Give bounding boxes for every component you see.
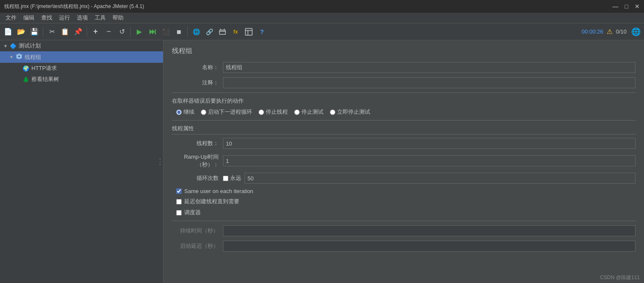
loop-count-input[interactable] — [245, 173, 636, 184]
sidebar-item-thread-group[interactable]: ▼ 线程组 — [0, 51, 163, 63]
sidebar-item-http-request[interactable]: ▶ 🌍 HTTP请求 — [0, 63, 163, 74]
copy-button[interactable]: 📋 — [59, 26, 71, 38]
scheduler-label: 调度器 — [184, 209, 201, 216]
result-tree-icon: 🌲 — [22, 76, 29, 83]
same-user-label: Same user on each iteration — [184, 188, 253, 194]
status-bar: CSDN @陈建111 — [596, 272, 644, 283]
delay-create-checkbox[interactable] — [176, 199, 182, 205]
sidebar: ▼ 🔷 测试计划 ▼ 线程组 ▶ 🌍 HTTP请求 ▶ 🌲 察看结果树 ⋮ — [0, 40, 163, 283]
timer-display: 00:00:26 — [582, 28, 603, 35]
same-user-checkbox[interactable] — [176, 188, 182, 194]
function-button[interactable]: fx — [230, 26, 242, 38]
clear-all-button[interactable] — [217, 26, 228, 38]
menu-run[interactable]: 运行 — [56, 13, 73, 22]
window-title: 线程组.jmx (F:\jmeter\test\线程组.jmx) - Apach… — [4, 3, 613, 10]
radio-stop-test-label: 停止测试 — [301, 108, 323, 116]
radio-continue[interactable]: 继续 — [176, 108, 194, 116]
open-button[interactable]: 📂 — [15, 26, 27, 38]
ramp-up-label: Ramp-Up时间（秒）： — [172, 153, 223, 168]
loop-count-row: 循环次数 永远 — [172, 173, 636, 184]
thread-group-arrow: ▼ — [9, 55, 14, 59]
ramp-up-input[interactable] — [223, 155, 636, 166]
shutdown-button[interactable]: ⏹ — [173, 26, 185, 38]
duration-row: 持续时间（秒） — [172, 225, 636, 236]
divider-3 — [172, 221, 636, 221]
thread-count-input[interactable] — [223, 138, 636, 149]
title-bar: 线程组.jmx (F:\jmeter\test\线程组.jmx) - Apach… — [0, 0, 644, 13]
name-input[interactable] — [223, 62, 636, 73]
startup-delay-input[interactable] — [223, 241, 636, 252]
network-button[interactable]: 🌐 — [630, 26, 642, 38]
separator-2 — [87, 27, 87, 37]
clear-button[interactable]: ↺ — [116, 26, 128, 38]
http-request-icon: 🌍 — [22, 65, 29, 72]
result-tree-label: 察看结果树 — [31, 76, 59, 83]
same-user-row[interactable]: Same user on each iteration — [172, 188, 636, 194]
svg-marker-1 — [152, 29, 155, 34]
menu-options[interactable]: 选项 — [73, 13, 91, 22]
remote-start-all-button[interactable]: 🔗 — [203, 26, 215, 38]
test-plan-label: 测试计划 — [19, 42, 41, 50]
error-action-radio-group: 继续 启动下一进程循环 停止线程 停止测试 立即停止测试 — [172, 108, 636, 116]
scheduler-checkbox[interactable] — [176, 210, 182, 216]
radio-continue-input[interactable] — [176, 109, 182, 115]
menu-bar: 文件 编辑 查找 运行 选项 工具 帮助 — [0, 13, 644, 23]
new-button[interactable]: 📄 — [2, 26, 14, 38]
sidebar-resize-handle[interactable]: ⋮ — [161, 40, 163, 283]
run-button[interactable]: ▶ — [133, 26, 145, 38]
radio-continue-label: 继续 — [183, 108, 194, 116]
radio-stop-test[interactable]: 停止测试 — [294, 108, 323, 116]
menu-file[interactable]: 文件 — [2, 13, 20, 22]
stop-button[interactable]: ⬛ — [160, 26, 172, 38]
help-button[interactable]: ? — [256, 26, 268, 38]
close-button[interactable]: ✕ — [635, 3, 640, 10]
separator-4 — [187, 27, 188, 37]
template-button[interactable] — [243, 26, 255, 38]
sidebar-item-result-tree[interactable]: ▶ 🌲 察看结果树 — [0, 74, 163, 85]
menu-find[interactable]: 查找 — [38, 13, 56, 22]
menu-tools[interactable]: 工具 — [91, 13, 109, 22]
delay-create-row[interactable]: 延迟创建线程直到需要 — [172, 198, 636, 205]
svg-rect-7 — [245, 28, 252, 35]
duration-input[interactable] — [223, 225, 636, 236]
save-button[interactable]: 💾 — [28, 26, 40, 38]
remote-start-button[interactable]: 🌐 — [190, 26, 202, 38]
svg-marker-0 — [149, 29, 152, 34]
comment-input[interactable] — [223, 77, 636, 88]
radio-stop-now-input[interactable] — [330, 109, 335, 115]
loop-forever-checkbox[interactable] — [223, 176, 228, 181]
sidebar-item-test-plan[interactable]: ▼ 🔷 测试计划 — [0, 40, 163, 51]
separator-3 — [130, 27, 131, 37]
remove-button[interactable]: − — [103, 26, 115, 38]
toolbar-right: 00:00:26 ⚠ 0/10 🌐 — [582, 26, 642, 38]
menu-edit[interactable]: 编辑 — [20, 13, 38, 22]
radio-stop-thread[interactable]: 停止线程 — [259, 108, 288, 116]
svg-rect-3 — [219, 30, 225, 34]
cut-button[interactable]: ✂ — [46, 26, 58, 38]
warning-icon: ⚠ — [607, 28, 613, 36]
radio-stop-test-input[interactable] — [294, 109, 300, 115]
toolbar: 📄 📂 💾 ✂ 📋 📌 + − ↺ ▶ ⬛ ⏹ 🌐 🔗 fx ? — [0, 23, 644, 40]
radio-start-next[interactable]: 启动下一进程循环 — [201, 108, 252, 116]
thread-group-icon — [16, 53, 22, 61]
minimize-button[interactable]: — — [613, 3, 619, 10]
radio-stop-now[interactable]: 立即停止测试 — [330, 108, 370, 116]
radio-stop-thread-label: 停止线程 — [266, 108, 288, 116]
startup-delay-row: 启动延迟（秒） — [172, 241, 636, 252]
scheduler-row[interactable]: 调度器 — [172, 209, 636, 216]
thread-count-row: 线程数： — [172, 138, 636, 149]
test-plan-arrow: ▼ — [3, 44, 8, 48]
maximize-button[interactable]: □ — [625, 3, 628, 10]
run-no-pause-button[interactable] — [146, 26, 158, 38]
radio-start-next-input[interactable] — [201, 109, 206, 115]
section-title: 线程组 — [172, 47, 636, 56]
drag-dots: ⋮ — [156, 158, 163, 165]
startup-delay-label: 启动延迟（秒） — [172, 242, 223, 250]
menu-help[interactable]: 帮助 — [109, 13, 127, 22]
add-button[interactable]: + — [90, 26, 101, 38]
radio-stop-thread-input[interactable] — [259, 109, 264, 115]
name-label: 名称： — [172, 64, 223, 71]
comment-label: 注释： — [172, 79, 223, 87]
comment-row: 注释： — [172, 77, 636, 88]
paste-button[interactable]: 📌 — [72, 26, 84, 38]
